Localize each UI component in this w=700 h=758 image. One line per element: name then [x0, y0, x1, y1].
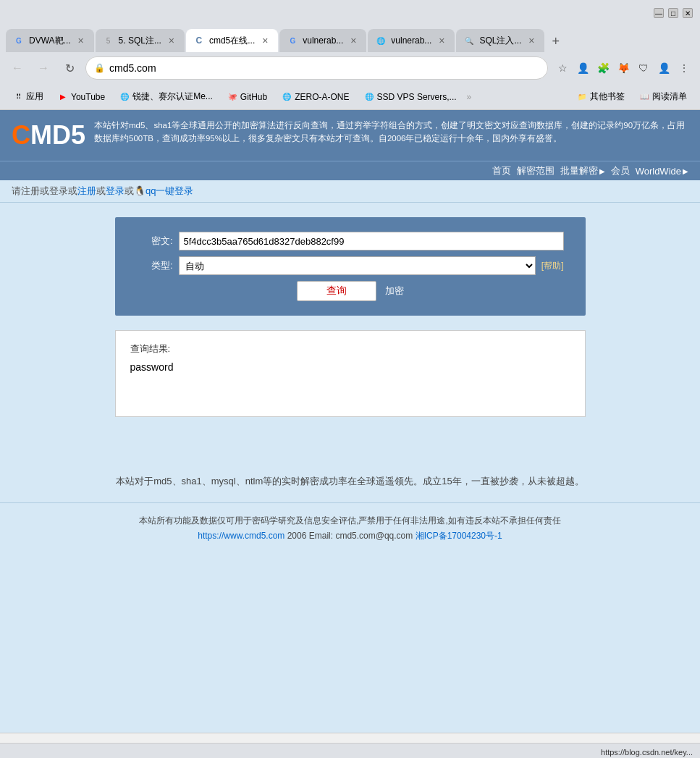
bm-ssd-label: SSD VPS Servers,...: [377, 92, 457, 102]
cmd5-header: CMD5 本站针对md5、sha1等全球通用公开的加密算法进行反向查询，通过穷举…: [0, 110, 700, 161]
bm-ruijie[interactable]: 🌐 锐捷、赛尔认证Me...: [114, 88, 219, 105]
status-url: https://blog.csdn.net/key...: [601, 748, 693, 757]
maximize-button[interactable]: □: [668, 8, 678, 18]
fox-icon[interactable]: 🦊: [615, 59, 632, 77]
register-link[interactable]: 注册: [77, 185, 96, 196]
tab-sql-close[interactable]: ×: [166, 35, 177, 46]
window-controls[interactable]: — □ ✕: [654, 8, 693, 18]
address-input-wrap[interactable]: 🔒 cmd5.com: [85, 56, 548, 80]
help-link[interactable]: [帮助]: [541, 260, 564, 272]
close-button[interactable]: ✕: [683, 8, 693, 18]
bm-apps[interactable]: ⠿ 应用: [7, 88, 49, 105]
bm-reading-list[interactable]: 📖 阅读清单: [633, 88, 693, 105]
lookup-box: 密文: 类型: 自动 md5 sha1 [帮助] 查询 加密: [115, 217, 586, 316]
address-bar: ← → ↻ 🔒 cmd5.com ☆ 👤 🧩 🦊 🛡 👤 ⋮: [0, 52, 700, 84]
forward-button[interactable]: →: [33, 58, 54, 78]
ruijie-icon: 🌐: [119, 92, 130, 102]
result-box: 查询结果: password: [115, 330, 586, 417]
tab-vuln2-label: vulnerab...: [391, 35, 431, 46]
qq-login-link[interactable]: qq一键登录: [146, 185, 193, 196]
tab-cmd5-favicon: C: [193, 35, 205, 46]
avatar-icon[interactable]: 👤: [655, 59, 672, 77]
bm-youtube[interactable]: ▶ YouTube: [52, 90, 111, 104]
bm-apps-label: 应用: [26, 90, 43, 103]
nav-batch-decrypt[interactable]: 批量解密 ▶: [560, 164, 605, 177]
horizontal-scrollbar[interactable]: [0, 733, 700, 743]
bm-other-label: 其他书签: [590, 90, 625, 103]
star-icon[interactable]: ☆: [554, 59, 571, 77]
bm-other[interactable]: 📁 其他书签: [571, 88, 631, 105]
footer-promo: 本站对于md5、sha1、mysql、ntlm等的实时解密成功率在全球遥遥领先。…: [0, 446, 700, 502]
tab-dvwa-label: DVWA靶...: [29, 35, 71, 47]
address-right-icons: ☆ 👤 🧩 🦊 🛡 👤 ⋮: [554, 59, 693, 77]
nav-member[interactable]: 会员: [611, 164, 630, 177]
login-link[interactable]: 登录: [106, 185, 125, 196]
ssd-icon: 🌐: [364, 92, 374, 102]
bm-reading-label: 阅读清单: [652, 90, 687, 103]
tab-vuln2[interactable]: 🌐 vulnerab... ×: [368, 29, 455, 52]
bm-ssd[interactable]: 🌐 SSD VPS Servers,...: [358, 90, 463, 104]
encrypt-button[interactable]: 加密: [385, 285, 404, 298]
tab-dvwa[interactable]: G DVWA靶... ×: [6, 29, 94, 52]
login-bar: 请注册或登录或注册或登录或🐧qq一键登录: [0, 180, 700, 203]
tab-sqlinject[interactable]: 🔍 SQL注入... ×: [456, 29, 544, 52]
nav-worldwild[interactable]: WorldWide ▶: [636, 166, 688, 177]
back-button[interactable]: ←: [7, 58, 28, 78]
bm-ruijie-label: 锐捷、赛尔认证Me...: [132, 90, 213, 103]
cmd5-nav: 首页 解密范围 批量解密 ▶ 会员 WorldWide ▶: [0, 161, 700, 180]
bm-zero-label: ZERO-A-ONE: [295, 92, 349, 102]
footer-url-link[interactable]: https://www.cmd5.com: [198, 531, 284, 541]
tab-cmd5-close[interactable]: ×: [259, 35, 271, 46]
password-row: 密文:: [137, 232, 564, 250]
profile-icon[interactable]: 👤: [574, 59, 591, 77]
tab-sql[interactable]: 5 5. SQL注... ×: [96, 29, 185, 52]
tab-vuln2-close[interactable]: ×: [436, 35, 447, 46]
new-tab-button[interactable]: +: [546, 31, 565, 52]
result-value: password: [130, 361, 570, 373]
shield-icon[interactable]: 🛡: [635, 59, 652, 77]
tab-cmd5[interactable]: C cmd5在线... ×: [186, 29, 278, 52]
nav-batch-label: 批量解密: [560, 164, 598, 177]
nav-decrypt-range[interactable]: 解密范围: [517, 164, 554, 177]
tab-sql-label: 5. SQL注...: [119, 35, 161, 47]
bookmark-folder-icon: 📁: [577, 92, 587, 102]
lock-icon: 🔒: [94, 63, 105, 73]
apps-icon: ⠿: [13, 92, 23, 102]
logo-c: C: [12, 120, 30, 151]
tab-cmd5-label: cmd5在线...: [209, 35, 255, 47]
footer-year: 2006: [287, 531, 307, 541]
bm-separator: »: [467, 92, 472, 102]
tab-dvwa-favicon: G: [13, 35, 25, 46]
extension-icon[interactable]: 🧩: [594, 59, 612, 77]
result-label: 查询结果:: [130, 342, 570, 355]
tab-vuln1-close[interactable]: ×: [347, 35, 359, 46]
minimize-button[interactable]: —: [654, 8, 664, 18]
footer-icp-link[interactable]: 湘ICP备17004230号-1: [416, 531, 502, 541]
tab-sqlinject-label: SQL注入...: [479, 35, 521, 47]
refresh-button[interactable]: ↻: [59, 58, 80, 78]
nav-batch-arrow: ▶: [599, 167, 605, 175]
footer-links: https://www.cmd5.com 2006 Email: cmd5.co…: [12, 530, 688, 542]
nav-home[interactable]: 首页: [492, 164, 511, 177]
tab-sqlinject-close[interactable]: ×: [526, 35, 537, 46]
title-bar: — □ ✕: [0, 0, 700, 26]
youtube-icon: ▶: [58, 92, 68, 102]
menu-icon[interactable]: ⋮: [675, 59, 693, 77]
bm-github[interactable]: 🐙 GitHub: [222, 90, 273, 104]
bm-youtube-label: YouTube: [71, 92, 105, 102]
tab-sql-favicon: 5: [103, 35, 114, 46]
query-button[interactable]: 查询: [297, 281, 376, 301]
zero-icon: 🌐: [282, 92, 292, 102]
tab-vuln1-favicon: G: [287, 35, 298, 46]
page-content: CMD5 本站针对md5、sha1等全球通用公开的加密算法进行反向查询，通过穷举…: [0, 110, 700, 733]
tab-vuln2-favicon: 🌐: [375, 35, 387, 46]
nav-worldwild-label: WorldWide: [636, 166, 681, 177]
type-select[interactable]: 自动 md5 sha1: [179, 256, 536, 275]
status-bar: https://blog.csdn.net/key...: [0, 743, 700, 758]
footer-legal-text: 本站所有功能及数据仅可用于密码学研究及信息安全评估,严禁用于任何非法用途,如有违…: [12, 515, 688, 527]
login-text: 请注册或登录或: [12, 185, 77, 196]
tab-vuln1[interactable]: G vulnerab... ×: [279, 29, 366, 52]
bm-zero[interactable]: 🌐 ZERO-A-ONE: [276, 90, 355, 104]
tab-dvwa-close[interactable]: ×: [75, 35, 87, 46]
password-input[interactable]: [179, 232, 564, 250]
